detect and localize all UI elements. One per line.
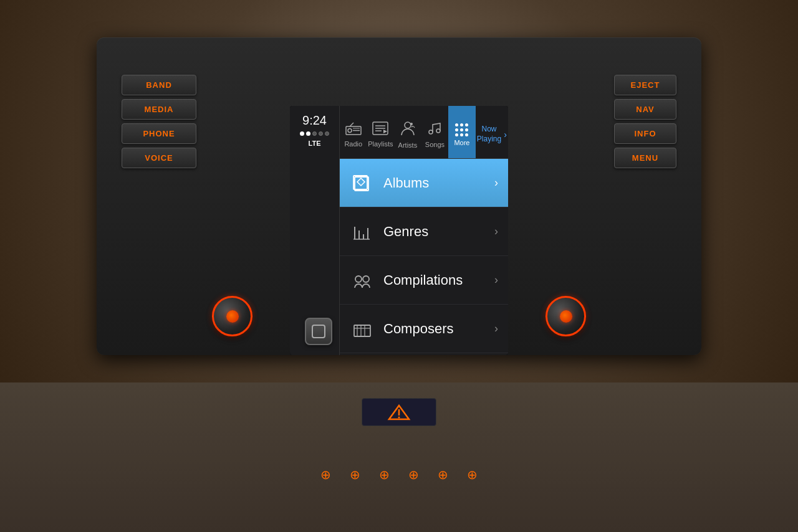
- genres-label: Genres: [383, 224, 494, 240]
- info-button[interactable]: INFO: [614, 123, 676, 144]
- svg-rect-26: [354, 325, 370, 336]
- svg-point-4: [348, 129, 352, 133]
- svg-point-16: [436, 129, 440, 133]
- phone-button[interactable]: PHONE: [122, 123, 196, 144]
- warning-icons-row: ⊕ ⊕ ⊕ ⊕ ⊕ ⊕: [0, 467, 798, 482]
- warning-icon-3: ⊕: [379, 467, 390, 482]
- tab-radio[interactable]: Radio: [340, 106, 367, 158]
- signal-dot-5: [325, 131, 329, 136]
- songs-icon: [427, 121, 442, 138]
- compilations-chevron: ›: [494, 273, 498, 287]
- infotainment-screen: 9:24 LTE: [290, 106, 508, 355]
- now-playing-line1: Now: [477, 125, 501, 135]
- warning-icon-6: ⊕: [467, 467, 478, 482]
- svg-point-24: [355, 276, 362, 282]
- compilations-label: Compilations: [383, 272, 494, 288]
- carrier-badge: LTE: [309, 140, 321, 147]
- svg-point-25: [363, 276, 369, 282]
- tab-playlists-label: Playlists: [368, 140, 393, 148]
- now-playing-chevron: ›: [504, 130, 507, 140]
- composers-icon: [350, 316, 375, 341]
- tab-radio-label: Radio: [344, 140, 362, 148]
- albums-chevron: ›: [494, 176, 498, 189]
- bottom-panel: ⊕ ⊕ ⊕ ⊕ ⊕ ⊕: [0, 382, 798, 532]
- signal-dot-2: [306, 131, 310, 136]
- svg-point-14: [410, 123, 413, 125]
- menu-item-composers[interactable]: Composers ›: [340, 305, 508, 353]
- home-button-inner: [312, 325, 325, 338]
- svg-point-2: [398, 416, 400, 418]
- svg-line-7: [350, 123, 353, 126]
- signal-dot-1: [300, 131, 304, 136]
- artists-icon: [400, 120, 416, 139]
- tab-playlists[interactable]: Playlists: [367, 106, 395, 158]
- warning-icon-4: ⊕: [408, 467, 419, 482]
- warning-icon-1: ⊕: [320, 467, 331, 482]
- svg-point-13: [405, 122, 411, 128]
- head-unit-frame: BAND MEDIA PHONE VOICE EJECT NAV INFO ME…: [97, 37, 701, 355]
- right-button-group: EJECT NAV INFO MENU: [614, 75, 676, 168]
- tab-artists-label: Artists: [398, 141, 418, 149]
- eject-button[interactable]: EJECT: [614, 75, 676, 95]
- content-area: Albums › Genres ›: [340, 159, 508, 355]
- tab-songs-label: Songs: [425, 141, 445, 148]
- media-button[interactable]: MEDIA: [122, 99, 196, 120]
- tab-more[interactable]: More: [448, 106, 476, 158]
- now-playing-line2: Playing: [477, 135, 501, 145]
- voice-button[interactable]: VOICE: [122, 148, 196, 168]
- compilations-icon: [350, 268, 375, 293]
- menu-item-genres[interactable]: Genres ›: [340, 207, 508, 256]
- svg-point-15: [429, 130, 433, 134]
- clock-display: 9:24: [302, 113, 327, 128]
- home-button[interactable]: [305, 318, 332, 345]
- tab-artists[interactable]: Artists: [394, 106, 421, 158]
- genres-chevron: ›: [494, 225, 498, 238]
- hazard-button[interactable]: [362, 398, 436, 426]
- warning-icon-2: ⊕: [350, 467, 360, 482]
- signal-dot-4: [319, 131, 323, 136]
- radio-icon: [345, 121, 362, 138]
- svg-marker-12: [383, 130, 387, 133]
- tab-now-playing[interactable]: Now Playing ›: [476, 106, 508, 158]
- band-button[interactable]: BAND: [122, 75, 196, 95]
- composers-chevron: ›: [494, 322, 498, 335]
- volume-knob[interactable]: [546, 296, 586, 336]
- more-icon: [455, 123, 468, 136]
- power-knob[interactable]: [212, 296, 252, 336]
- albums-label: Albums: [383, 175, 494, 191]
- composers-label: Composers: [383, 321, 494, 337]
- nav-button[interactable]: NAV: [614, 99, 676, 120]
- svg-rect-18: [353, 176, 367, 189]
- menu-item-albums[interactable]: Albums ›: [340, 159, 508, 207]
- left-button-group: BAND MEDIA PHONE VOICE: [122, 75, 196, 168]
- tab-songs[interactable]: Songs: [421, 106, 449, 158]
- menu-button[interactable]: MENU: [614, 148, 676, 168]
- menu-item-compilations[interactable]: Compilations ›: [340, 256, 508, 305]
- signal-dot-3: [312, 131, 317, 136]
- signal-strength: [300, 131, 329, 136]
- albums-icon: [350, 171, 375, 196]
- genres-icon: [350, 219, 375, 244]
- warning-icon-5: ⊕: [438, 467, 448, 482]
- tab-more-label: More: [454, 139, 469, 146]
- tab-bar: Radio Playlists: [340, 106, 508, 159]
- playlists-icon: [372, 121, 388, 138]
